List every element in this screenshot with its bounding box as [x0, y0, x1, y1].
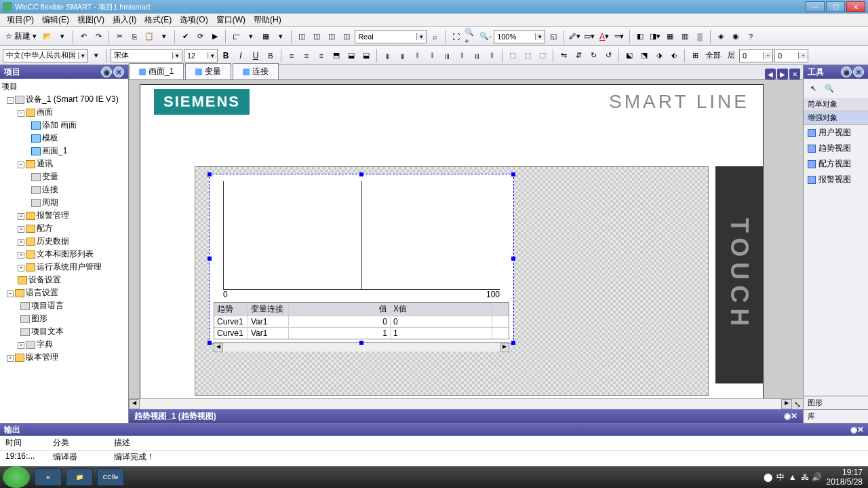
zoom-select[interactable]: ▾ [494, 30, 545, 43]
dist3-icon[interactable]: ⫴ [410, 49, 424, 62]
dropdown-icon[interactable]: ▾ [157, 30, 171, 43]
tools-library-label[interactable]: 库 [804, 409, 868, 423]
group1-icon[interactable]: ◫ [295, 30, 309, 43]
save-icon[interactable]: ▾ [56, 30, 69, 43]
prop-pin-icon[interactable]: ◉ [784, 411, 791, 421]
tray-icon[interactable]: ⬤ [763, 472, 772, 482]
lang-opt-icon[interactable]: ▾ [90, 49, 103, 62]
tree-graphics[interactable]: 图形 [1, 312, 127, 325]
misc2-icon[interactable]: ◨▾ [648, 30, 662, 43]
tree-connections[interactable]: 连接 [1, 183, 127, 196]
tab-connections[interactable]: 连接 [233, 63, 279, 79]
editor-hscroll[interactable]: ◀▶⤡ [129, 398, 803, 409]
tab-prev-icon[interactable]: ◀ [765, 69, 776, 79]
misc6-icon[interactable]: ◈ [714, 30, 728, 43]
dist2-icon[interactable]: ⫼ [395, 49, 409, 62]
size2-icon[interactable]: ⬚ [521, 49, 534, 62]
open-icon[interactable]: 📂 [41, 30, 54, 43]
outcol-cat[interactable]: 分类 [53, 437, 114, 449]
panel-close-icon[interactable]: ✕ [113, 67, 124, 77]
tool-trend-view[interactable]: 趋势视图 [804, 140, 868, 156]
misc1-icon[interactable]: ◧ [633, 30, 647, 43]
tree-comm[interactable]: −通讯 [1, 157, 127, 170]
misc4-icon[interactable]: ▥ [678, 30, 692, 43]
tab-variables[interactable]: 变量 [185, 63, 231, 79]
paste-icon[interactable]: 📋 [142, 30, 156, 43]
tree-proj-text[interactable]: 项目文本 [1, 325, 127, 338]
flip1-icon[interactable]: ⇋ [557, 49, 570, 62]
outcol-time[interactable]: 时间 [5, 437, 53, 449]
tray-flag-icon[interactable]: ▲ [787, 472, 797, 482]
layer-icon[interactable]: ▦ [259, 30, 273, 43]
dist4-icon[interactable]: ⫴ [425, 49, 439, 62]
bold-button[interactable]: B [219, 49, 233, 62]
menu-project[interactable]: 项目(P) [3, 13, 38, 27]
tab-next-icon[interactable]: ▶ [777, 69, 788, 79]
sync-icon[interactable]: ⟳ [193, 30, 207, 43]
menu-view[interactable]: 视图(V) [73, 13, 108, 27]
tray-ime-icon[interactable]: 中 [775, 472, 785, 482]
taskbar-ie[interactable]: e [35, 468, 62, 486]
output-pin-icon[interactable]: ◉ [850, 425, 857, 434]
zoom-out-icon[interactable]: 🔍- [479, 30, 492, 43]
order3-icon[interactable]: ⬗ [652, 49, 666, 62]
close-button[interactable]: ✕ [846, 1, 865, 12]
dist6-icon[interactable]: ⫴ [455, 49, 469, 62]
misc7-icon[interactable]: ◉ [729, 30, 743, 43]
zoom-fit-icon[interactable]: ◱ [547, 30, 560, 43]
align-t-icon[interactable]: ⬒ [330, 49, 343, 62]
font-color-icon[interactable]: A▾ [597, 30, 611, 43]
cut-icon[interactable]: ✂ [113, 30, 126, 43]
tree-cycles[interactable]: 周期 [1, 196, 127, 209]
tab-screen1[interactable]: 画面_1 [129, 63, 184, 79]
outcol-desc[interactable]: 描述 [114, 437, 130, 449]
layer-a-input[interactable]: ÷ [739, 49, 773, 62]
hmi-screen[interactable]: SIEMENS SMART LINE 0 100 [140, 84, 764, 398]
system-tray[interactable]: ⬤ 中 ▲ 🖧 🔊 19:17 2018/5/28 [757, 468, 868, 487]
tool-alarm-view[interactable]: 报警视图 [804, 172, 868, 187]
group2-icon[interactable]: ◫ [310, 30, 323, 43]
new-button[interactable]: ☆ 新建 ▾ [3, 31, 39, 42]
menu-insert[interactable]: 插入(I) [108, 13, 140, 27]
line-style-icon[interactable]: ═▾ [612, 30, 626, 43]
hmi-body[interactable]: 0 100 趋势 变量连接 值 X值 Curve1 [195, 166, 709, 396]
tree-text-graphics[interactable]: +文本和图形列表 [1, 248, 127, 261]
flip2-icon[interactable]: ⇵ [572, 49, 585, 62]
tree-template[interactable]: 模板 [1, 132, 127, 145]
find-icon[interactable]: ⌕ [428, 30, 441, 43]
align-dd-icon[interactable]: ▾ [244, 30, 258, 43]
rot2-icon[interactable]: ↺ [601, 49, 615, 62]
tray-net-icon[interactable]: 🖧 [800, 472, 809, 482]
trend-view-object[interactable]: 0 100 趋势 变量连接 值 X值 Curve1 [209, 174, 514, 343]
layer-dd-icon[interactable]: ▾ [274, 30, 288, 43]
font-family-select[interactable]: ▾ [111, 49, 182, 62]
menu-window[interactable]: 窗口(W) [212, 13, 250, 27]
check-icon[interactable]: ✔ [178, 30, 192, 43]
tree-version-mgmt[interactable]: +版本管理 [1, 351, 127, 364]
tree-variables[interactable]: 变量 [1, 170, 127, 183]
tree-runtime-users[interactable]: +运行系统用户管理 [1, 261, 127, 274]
menu-options[interactable]: 选项(O) [176, 13, 212, 27]
order2-icon[interactable]: ⬔ [637, 49, 651, 62]
font-size-select[interactable]: ▾ [184, 49, 218, 62]
tree-root[interactable]: 项目 [1, 80, 127, 93]
taskbar-wincc[interactable]: CCfle [97, 468, 124, 486]
dist5-icon[interactable]: ⫼ [440, 49, 454, 62]
tools-section-simple[interactable]: 简单对象 [804, 98, 868, 111]
prop-close-icon[interactable]: ✕ [791, 411, 797, 421]
menu-edit[interactable]: 编辑(E) [38, 13, 73, 27]
undo-icon[interactable]: ↶ [77, 30, 90, 43]
menu-help[interactable]: 帮助(H) [250, 13, 285, 27]
color1-icon[interactable]: 🖉▾ [568, 30, 581, 43]
strike-button[interactable]: B [264, 49, 277, 62]
size3-icon[interactable]: ⬚ [536, 49, 549, 62]
layer-b-input[interactable]: ÷ [774, 49, 808, 62]
align-b-icon[interactable]: ⬓ [359, 49, 373, 62]
tool-zoom-icon[interactable]: 🔍 [823, 81, 836, 95]
misc3-icon[interactable]: ▦ [663, 30, 677, 43]
tray-time[interactable]: 19:17 [827, 468, 863, 477]
tools-graphics-label[interactable]: 图形 [804, 396, 868, 409]
tray-vol-icon[interactable]: 🔊 [812, 472, 821, 482]
tree-history[interactable]: +历史数据 [1, 235, 127, 248]
redo-icon[interactable]: ↷ [92, 30, 105, 43]
